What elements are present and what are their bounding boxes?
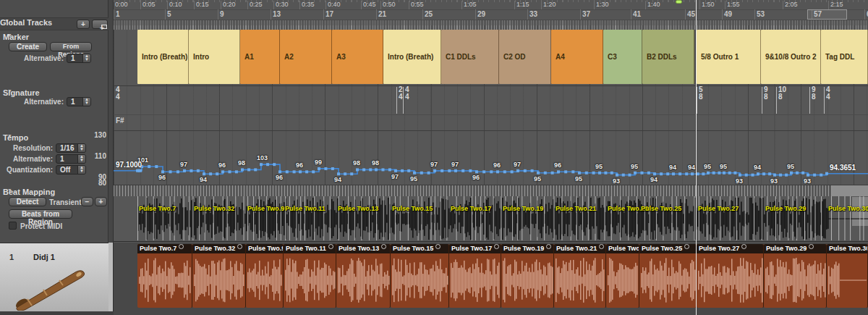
tempo-value-label[interactable]: 96 — [493, 161, 501, 169]
beat-mapping-region-label[interactable]: Pulse Two.32 — [194, 205, 234, 212]
beat-mapping-region-label[interactable]: Pulse Two.21 — [556, 205, 596, 212]
beat-mapping-detect-button[interactable]: Detect — [9, 197, 46, 206]
audio-region[interactable]: Pulse Two.32 — [192, 244, 246, 308]
audio-region[interactable]: Pulse Two.27 — [697, 244, 764, 308]
tempo-value-label[interactable]: 94 — [688, 164, 695, 171]
beat-mapping-region-label[interactable]: Pulse Two.11 — [285, 205, 326, 212]
tempo-value-label[interactable]: 98 — [238, 159, 245, 167]
tempo-value-label[interactable]: 97 — [430, 161, 438, 168]
signature-alternative-stepper[interactable]: 1▲▼ — [67, 97, 91, 106]
tempo-value-label[interactable]: 93 — [736, 177, 743, 185]
time-signature[interactable]: 9 8 — [764, 86, 768, 101]
time-signature[interactable]: 10 8 — [778, 86, 786, 101]
audio-region[interactable]: Pulse Two.15 — [391, 244, 449, 308]
marker-region[interactable]: Intro (Breath) — [383, 30, 441, 84]
playhead[interactable] — [696, 0, 697, 315]
beat-mapping-region-label[interactable]: Pulse Two.27 — [698, 205, 739, 212]
marker-alternative-stepper[interactable]: 1▲▼ — [67, 54, 91, 63]
time-signature[interactable]: 5 8 — [699, 86, 703, 101]
tempo-value-label[interactable]: 97 — [391, 173, 399, 180]
track-name[interactable]: Didj 1 — [33, 253, 55, 261]
tempo-value-label[interactable]: 97 — [514, 161, 521, 168]
tempo-value-label[interactable]: 93 — [770, 177, 778, 185]
beat-mapping-region-label[interactable]: Pulse Two.19 — [503, 205, 543, 212]
beat-mapping-region-label[interactable]: Pulse Two.15 — [392, 205, 433, 212]
timeline-ruler[interactable]: 0:000:050:100:150:200:250:300:350:400:45… — [114, 0, 868, 25]
audio-region[interactable]: Pulse Two.23 — [606, 244, 639, 308]
marker-region[interactable]: C1 DDLs — [441, 30, 499, 84]
audio-region[interactable]: Pulse Two.17 — [449, 244, 501, 308]
beat-mapping-region-label[interactable]: Pulse Two.17 — [451, 205, 491, 212]
tempo-value-label[interactable]: 95 — [575, 175, 582, 182]
tempo-value-label[interactable]: 95 — [595, 163, 603, 170]
tempo-value-label[interactable]: 98 — [353, 159, 360, 167]
time-signature[interactable]: 4 4 — [405, 86, 409, 101]
marker-region[interactable]: Intro — [189, 30, 240, 84]
transients-minus-button[interactable]: − — [81, 197, 93, 206]
audio-region[interactable]: Pulse Two.29 — [764, 244, 827, 308]
tempo-value-label[interactable]: 96 — [218, 161, 226, 169]
marker-region[interactable]: A2 — [280, 30, 332, 84]
marker-region[interactable]: B2 DDLs — [642, 30, 694, 84]
tempo-value-label[interactable]: 96 — [472, 174, 480, 181]
marker-region[interactable]: Tag DDL — [821, 30, 868, 84]
tempo-value-label[interactable]: 103 — [257, 154, 268, 161]
locator-marker[interactable] — [676, 0, 682, 4]
tempo-value-label[interactable]: 95 — [534, 175, 541, 182]
beat-mapping-region-label[interactable]: Pulse Two.25 — [641, 205, 681, 212]
beat-mapping-region-label[interactable]: Pulse Two.29 — [765, 205, 806, 212]
tempo-value-label[interactable]: 94 — [334, 176, 341, 183]
audio-region[interactable]: Pulse Two.7 — [137, 244, 192, 308]
tempo-alternative-stepper[interactable]: 1▲▼ — [56, 154, 86, 164]
marker-region[interactable]: A3 — [332, 30, 383, 84]
key-signature-label[interactable]: F# — [116, 117, 124, 125]
marker-region[interactable]: A4 — [551, 30, 603, 84]
tempo-value-label[interactable]: 93 — [804, 177, 811, 185]
tempo-value-label[interactable]: 93 — [613, 177, 620, 185]
stepper-arrows-icon[interactable]: ▲▼ — [82, 98, 90, 106]
marker-from-regions-button[interactable]: From Regions — [50, 42, 92, 51]
tempo-value-label[interactable]: 95 — [704, 163, 711, 170]
tempo-value-label[interactable]: 95 — [410, 175, 417, 182]
beat-mapping-region-label[interactable]: Pulse Two.30 — [828, 205, 868, 212]
time-signature[interactable]: 9 8 — [812, 86, 816, 101]
tempo-value-label[interactable]: 96 — [554, 161, 561, 169]
audio-region[interactable]: Pulse Two.25 — [639, 244, 697, 308]
global-tracks-header[interactable]: ▼Global Tracks + + — [0, 17, 109, 30]
marker-create-button[interactable]: Create — [9, 42, 47, 51]
tempo-curve[interactable] — [114, 130, 868, 185]
stepper-arrows-icon[interactable]: ▲▼ — [77, 144, 85, 152]
add-track-button[interactable]: + — [77, 20, 90, 29]
tempo-value-label[interactable]: 99 — [315, 159, 322, 166]
tempo-value-label[interactable]: 94 — [669, 164, 676, 171]
configure-global-tracks-button[interactable]: + — [92, 20, 108, 29]
tempo-value-label[interactable]: 96 — [276, 174, 283, 181]
audio-region[interactable]: Pulse Two.9 — [246, 244, 284, 308]
stepper-arrows-icon[interactable]: ▲▼ — [77, 155, 85, 163]
audio-region[interactable]: Pulse Two.13 — [336, 244, 391, 308]
audio-region[interactable]: Pulse Two.11 — [284, 244, 336, 308]
tempo-value-label[interactable]: 95 — [720, 163, 727, 170]
beat-mapping-region-label[interactable]: Pulse Two.7 — [139, 205, 176, 212]
tempo-value-label[interactable]: 96 — [158, 174, 166, 181]
tempo-value-label[interactable]: 94 — [650, 176, 658, 183]
stepper-arrows-icon[interactable]: ▲▼ — [77, 166, 85, 174]
tempo-value-label[interactable]: 95 — [631, 163, 638, 170]
tempo-value-label[interactable]: 96 — [296, 161, 303, 169]
transients-plus-button[interactable]: + — [95, 197, 107, 206]
stepper-arrows-icon[interactable]: ▲▼ — [82, 54, 90, 62]
selected-bar-range[interactable] — [807, 9, 847, 20]
time-signature[interactable]: 4 4 — [826, 86, 830, 101]
audio-region[interactable]: Pulse Two.21 — [554, 244, 606, 308]
marker-region[interactable]: C2 OD — [499, 30, 551, 84]
tempo-resolution-stepper[interactable]: 1/16▲▼ — [56, 143, 86, 153]
tempo-quantization-stepper[interactable]: Off▲▼ — [56, 165, 86, 175]
audio-region[interactable]: Pulse Two.19 — [501, 244, 554, 308]
marker-region[interactable]: 9&10/8 Outro 2 — [761, 30, 821, 84]
protect-midi-checkbox[interactable] — [9, 222, 17, 230]
track-header-didj[interactable]: 1 Didj 1 IRMS — [0, 243, 109, 311]
tempo-end-value[interactable]: 94.3651 — [830, 164, 856, 172]
tempo-value-label[interactable]: 94 — [200, 176, 207, 183]
marker-region[interactable]: Intro (Breath) — [137, 30, 189, 84]
time-signature[interactable]: 4 4 — [116, 86, 120, 101]
